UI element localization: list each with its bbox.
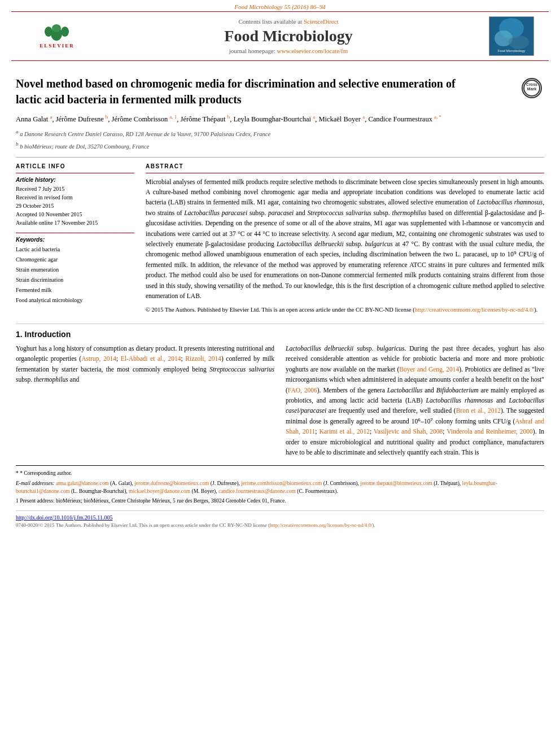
corresponding-footnote: * * Corresponding author. [16, 469, 544, 477]
bron-ref[interactable]: Bron et al., 2012 [456, 407, 501, 414]
keyword-1: Lactic acid bacteria [16, 244, 134, 255]
affiliation-a: a a Danone Research Centre Daniel Carass… [16, 128, 544, 138]
svg-text:Mark: Mark [527, 87, 536, 91]
keywords-list: Lactic acid bacteria Chromogenic agar St… [16, 244, 134, 305]
affiliation-b: b b bioMérieux; route de Dol, 35270 Comb… [16, 141, 544, 151]
cc-license-link[interactable]: http://creativecommons.org/licenses/by-n… [415, 307, 535, 313]
revised-date: 29 October 2015 [16, 202, 134, 210]
doi-line: http://dx.doi.org/10.1016/j.fm.2015.11.0… [16, 514, 544, 521]
keyword-5: Fermented milk [16, 285, 134, 295]
fao-ref[interactable]: FAO, 2006 [288, 387, 317, 394]
science-direct-line: Contents lists available at ScienceDirec… [94, 18, 483, 25]
history-label: Article history: [16, 177, 134, 183]
crossmark-badge: Cross Mark [522, 78, 544, 101]
elsevier-wordmark: ELSEVIER [40, 43, 75, 49]
email-jerome-d[interactable]: jerome.dufresne@biomerieux.com [134, 480, 209, 486]
elsevier-tree-icon [40, 24, 74, 42]
article-history-block: Article history: Received 7 July 2015 Re… [16, 173, 134, 227]
el-abbadi-ref[interactable]: El-Abbadi et al., 2014 [121, 355, 181, 362]
bottom-bar: http://dx.doi.org/10.1016/j.fm.2015.11.0… [16, 510, 544, 531]
footnotes-area: * * Corresponding author. E-mail address… [16, 465, 544, 505]
email-jerome-c[interactable]: jerome.combrisson@biomerieux.com [241, 480, 322, 486]
journal-title: Food Microbiology [94, 27, 483, 45]
science-direct-link[interactable]: ScienceDirect [304, 18, 339, 25]
received-date: Received 7 July 2015 [16, 185, 134, 193]
corresponding-label: * Corresponding author. [20, 470, 72, 476]
keyword-3: Strain enumeration [16, 265, 134, 275]
keyword-4: Strain discrimination [16, 275, 134, 285]
abstract-heading: ABSTRACT [146, 163, 544, 169]
abstract-col: ABSTRACT Microbial analyses of fermented… [146, 163, 544, 314]
footnote-1: 1 Present address: bioMérieux; bioMérieu… [16, 497, 544, 505]
introduction-section: 1. Introduction Yoghurt has a long histo… [16, 324, 544, 457]
introduction-left-col: Yoghurt has a long history of consumptio… [16, 343, 274, 457]
introduction-heading: 1. Introduction [16, 330, 544, 339]
authors-line: Anna Galat a, Jérôme Dufresne b, Jérôme … [16, 113, 544, 125]
accepted-date: Accepted 10 November 2015 [16, 210, 134, 219]
email-mickael[interactable]: mickael.boyer@danone.com [129, 488, 190, 494]
svg-point-8 [509, 36, 529, 49]
svg-point-3 [61, 27, 69, 37]
keywords-label: Keywords: [16, 237, 134, 243]
boyer-geng-ref[interactable]: Boyer and Geng, 2014 [399, 366, 459, 373]
section-title: Introduction [25, 330, 71, 339]
article-title: Novel method based on chromogenic media … [16, 76, 467, 107]
info-abstract-area: ARTICLE INFO Article history: Received 7… [16, 163, 544, 314]
contents-label: Contents lists available at [238, 18, 302, 25]
crossmark-circle: Cross Mark [522, 78, 542, 98]
vasiljevic-ref[interactable]: Vasiljevic and Shah, 2008 [374, 428, 443, 435]
rizzoli-ref[interactable]: Rizzoli, 2014 [185, 355, 221, 362]
introduction-body: Yoghurt has a long history of consumptio… [16, 343, 544, 457]
copyright-text: © 2015 The Authors. Published by Elsevie… [146, 305, 544, 314]
journal-reference: Food Microbiology 55 (2016) 86–94 [0, 0, 560, 11]
section-number: 1. [16, 330, 23, 339]
email-footnote: E-mail addresses: anna.galat@danone.com … [16, 479, 544, 496]
keyword-6: Food analytical microbiology [16, 295, 134, 305]
svg-text:Cross: Cross [526, 82, 537, 86]
journal-cover-area: Food Microbiology [483, 16, 540, 56]
affiliation-b-text: b bioMérieux; route de Dol, 35270 Combou… [20, 143, 149, 150]
doi-link[interactable]: http://dx.doi.org/10.1016/j.fm.2015.11.0… [16, 514, 112, 521]
email-label: E-mail addresses: [16, 480, 55, 486]
svg-point-4 [52, 24, 61, 32]
svg-point-2 [45, 27, 53, 37]
abstract-text: Microbial analyses of fermented milk pro… [146, 177, 544, 302]
issn-line: 0740-0020/© 2015 The Authors. Published … [16, 522, 544, 528]
online-date: Available online 17 November 2015 [16, 219, 134, 227]
journal-cover-image: Food Microbiology [489, 16, 534, 56]
email-jerome-t[interactable]: jerome.thepaut@biomerieux.com [360, 480, 432, 486]
journal-ref-text: Food Microbiology 55 (2016) 86–94 [234, 3, 326, 10]
vinderola-ref[interactable]: Vinderola and Reinheimer, 2000 [447, 428, 533, 435]
revised-label: Received in revised form [16, 193, 134, 202]
journal-homepage-line: journal homepage: www.elsevier.com/locat… [94, 47, 483, 54]
journal-header: ELSEVIER Contents lists available at Sci… [11, 11, 549, 61]
journal-title-area: Contents lists available at ScienceDirec… [94, 18, 483, 54]
article-info-col: ARTICLE INFO Article history: Received 7… [16, 163, 134, 314]
keywords-block: Keywords: Lactic acid bacteria Chromogen… [16, 233, 134, 305]
article-info-heading: ARTICLE INFO [16, 163, 134, 169]
article-content: Cross Mark Novel method based on chromog… [0, 61, 560, 538]
astrup-ref[interactable]: Astrup, 2014 [81, 355, 116, 362]
affiliation-a-text: a Danone Research Centre Daniel Carasso,… [20, 131, 270, 137]
homepage-url[interactable]: www.elsevier.com/locate/fm [277, 47, 348, 54]
introduction-right-col: Lactobacillus delbrueckii subsp. bulgari… [286, 343, 544, 457]
keyword-2: Chromogenic agar [16, 255, 134, 265]
karimi-ref[interactable]: Karimi et al., 2012 [319, 428, 370, 435]
publisher-logo-area: ELSEVIER [20, 24, 94, 49]
title-area: Cross Mark Novel method based on chromog… [16, 76, 544, 107]
email-candice[interactable]: candice.fourmestraux@danone.com [218, 488, 296, 494]
divider [16, 157, 544, 158]
homepage-label: journal homepage: [229, 47, 275, 54]
issn-license-link[interactable]: http://creativecommons.org/licenses/by-n… [270, 522, 372, 528]
email-anna[interactable]: anna.galat@danone.com [56, 480, 109, 486]
cover-illustration: Food Microbiology [489, 17, 533, 55]
svg-text:Food Microbiology: Food Microbiology [497, 49, 525, 53]
elsevier-logo: ELSEVIER [40, 24, 75, 49]
abstract-block: Microbial analyses of fermented milk pro… [146, 173, 544, 314]
